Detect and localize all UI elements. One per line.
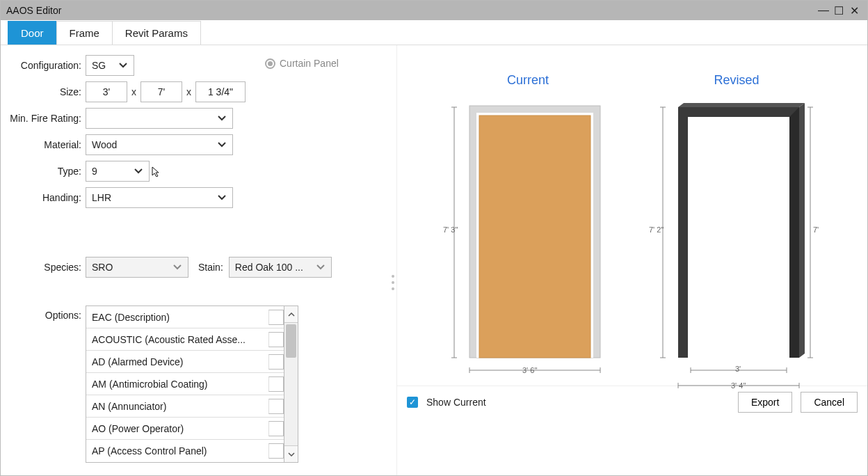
option-checkbox[interactable] xyxy=(268,421,284,436)
current-door-icon xyxy=(444,93,611,386)
stain-label: Stain: xyxy=(198,262,223,273)
scroll-down-button[interactable] xyxy=(284,445,298,462)
chevron-down-icon xyxy=(217,115,227,122)
list-item[interactable]: AM (Antimicrobial Coating) xyxy=(86,373,284,395)
main-body: Curtain Panel Configuration: SG Size: 3'… xyxy=(1,45,867,475)
current-title: Current xyxy=(507,73,549,88)
chevron-down-icon xyxy=(118,62,128,69)
configuration-label: Configuration: xyxy=(8,60,86,71)
minimize-button[interactable]: — xyxy=(816,4,831,17)
option-checkbox[interactable] xyxy=(268,332,284,347)
size-thickness-input[interactable]: 1 3/4" xyxy=(195,81,246,102)
curtain-panel-radio[interactable]: Curtain Panel xyxy=(265,58,339,69)
svg-marker-18 xyxy=(799,103,805,358)
curtain-panel-label: Curtain Panel xyxy=(280,58,339,69)
list-item[interactable]: ACOUSTIC (Acoustic Rated Asse... xyxy=(86,328,284,351)
chevron-down-icon xyxy=(217,141,227,148)
type-label: Type: xyxy=(8,166,86,177)
fire-rating-select[interactable] xyxy=(86,108,233,129)
close-button[interactable]: ✕ xyxy=(846,4,862,17)
fire-rating-label: Min. Fire Rating: xyxy=(8,113,86,124)
size-width-input[interactable]: 3' xyxy=(86,81,127,102)
options-label: Options: xyxy=(8,306,86,463)
option-checkbox[interactable] xyxy=(268,443,284,459)
tab-door[interactable]: Door xyxy=(8,21,57,45)
radio-icon xyxy=(265,58,275,69)
configuration-select[interactable]: SG xyxy=(86,55,134,76)
svg-marker-16 xyxy=(789,107,799,358)
show-current-label: Show Current xyxy=(426,397,486,408)
window-title: AAOS Editor xyxy=(6,5,61,16)
type-select[interactable]: 9 xyxy=(86,161,150,182)
species-select[interactable]: SRO xyxy=(86,257,188,278)
chevron-down-icon xyxy=(172,264,182,271)
revised-frame-icon xyxy=(653,93,820,399)
scroll-track[interactable] xyxy=(284,323,298,445)
preview-panel: Current xyxy=(397,45,867,475)
tab-bar: Door Frame Revit Params xyxy=(1,20,867,45)
revised-preview: Revised xyxy=(653,73,820,386)
titlebar: AAOS Editor — ☐ ✕ xyxy=(1,1,867,20)
tab-frame[interactable]: Frame xyxy=(56,21,113,45)
stain-select[interactable]: Red Oak 100 ... xyxy=(229,257,332,278)
show-current-checkbox[interactable]: ✓ xyxy=(407,397,418,408)
chevron-down-icon xyxy=(134,168,143,175)
scroll-thumb[interactable] xyxy=(286,324,296,358)
material-select[interactable]: Wood xyxy=(86,134,233,155)
options-list: EAC (Description) ACOUSTIC (Acoustic Rat… xyxy=(86,306,284,463)
list-item[interactable]: EAC (Description) xyxy=(86,306,284,328)
scroll-up-button[interactable] xyxy=(284,306,298,323)
handing-select[interactable]: LHR xyxy=(86,187,233,208)
form-panel: Curtain Panel Configuration: SG Size: 3'… xyxy=(1,45,397,475)
editor-window: AAOS Editor — ☐ ✕ Door Frame Revit Param… xyxy=(0,0,868,476)
option-checkbox[interactable] xyxy=(268,376,284,392)
species-label: Species: xyxy=(8,262,86,273)
list-item[interactable]: AD (Alarmed Device) xyxy=(86,351,284,373)
chevron-down-icon xyxy=(217,194,227,201)
maximize-button[interactable]: ☐ xyxy=(831,4,846,17)
revised-width-outer: 3' 4" xyxy=(731,381,746,390)
current-width-dim: 3' 6" xyxy=(522,366,537,374)
chevron-down-icon xyxy=(316,264,326,271)
tab-revit-params[interactable]: Revit Params xyxy=(112,21,201,45)
cursor-icon xyxy=(151,166,161,177)
svg-marker-15 xyxy=(678,107,799,358)
revised-height-left: 7' 2" xyxy=(649,225,664,234)
handing-label: Handing: xyxy=(8,192,86,203)
svg-rect-5 xyxy=(479,116,590,358)
list-item[interactable]: AP (Access Control Panel) xyxy=(86,440,284,462)
scrollbar[interactable] xyxy=(284,306,298,463)
size-label: Size: xyxy=(8,86,86,97)
option-checkbox[interactable] xyxy=(268,310,284,325)
svg-marker-17 xyxy=(678,103,805,107)
list-item[interactable]: AN (Annunciator) xyxy=(86,395,284,418)
current-height-dim: 7' 3" xyxy=(443,225,458,234)
revised-height-right: 7' xyxy=(813,225,819,234)
revised-title: Revised xyxy=(714,73,759,88)
option-checkbox[interactable] xyxy=(268,354,284,370)
size-height-input[interactable]: 7' xyxy=(140,81,182,102)
option-checkbox[interactable] xyxy=(268,399,284,414)
current-preview: Current xyxy=(444,73,611,386)
list-item[interactable]: AO (Power Operator) xyxy=(86,418,284,440)
material-label: Material: xyxy=(8,139,86,150)
revised-width-inner: 3' xyxy=(735,365,741,373)
splitter-handle[interactable] xyxy=(392,275,394,290)
